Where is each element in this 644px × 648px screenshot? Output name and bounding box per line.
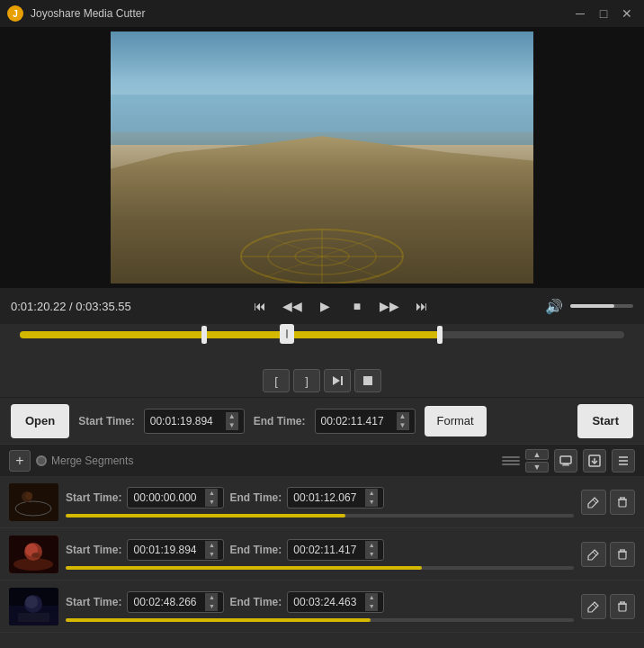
- seg3-edit-button[interactable]: [581, 594, 606, 619]
- step-back-button[interactable]: ◀◀: [280, 293, 305, 319]
- segment-bar-1: [66, 514, 574, 518]
- seg2-start-down[interactable]: ▼: [205, 550, 218, 559]
- close-button[interactable]: ✕: [617, 4, 637, 23]
- titlebar: J Joyoshare Media Cutter ─ □ ✕: [0, 0, 644, 27]
- segment-info-1: Start Time: 00:00:00.000 ▲ ▼ End Time: 0…: [66, 487, 574, 518]
- segment-time-row-2: Start Time: 00:01:19.894 ▲ ▼ End Time: 0…: [66, 539, 574, 561]
- seg1-edit-button[interactable]: [581, 490, 606, 515]
- mark-in-button[interactable]: [: [263, 369, 290, 392]
- segment-time-row-1: Start Time: 00:00:00.000 ▲ ▼ End Time: 0…: [66, 487, 574, 508]
- seg3-delete-button[interactable]: [610, 594, 635, 619]
- seg1-start-input[interactable]: 00:00:00.000 ▲ ▼: [127, 487, 224, 508]
- list-button[interactable]: [612, 449, 635, 472]
- seg2-end-up[interactable]: ▲: [365, 541, 378, 550]
- play-button[interactable]: ▶: [312, 293, 337, 319]
- merge-toggle[interactable]: Merge Segments: [36, 454, 133, 467]
- stop-segment-icon: [362, 374, 374, 387]
- seg1-end-input[interactable]: 00:01:12.067 ▲ ▼: [287, 487, 384, 508]
- timeline-handle[interactable]: [280, 324, 294, 344]
- seg1-delete-button[interactable]: [610, 490, 635, 515]
- open-button[interactable]: Open: [11, 404, 69, 438]
- export-button[interactable]: [583, 449, 606, 472]
- screen-capture-button[interactable]: [554, 449, 577, 472]
- svg-rect-34: [619, 552, 626, 559]
- seg3-start-value: 00:02:48.266: [133, 596, 205, 608]
- seg1-end-up[interactable]: ▲: [365, 489, 378, 498]
- mark-out-button[interactable]: ]: [293, 369, 320, 392]
- format-button[interactable]: Format: [425, 406, 487, 436]
- stop-button[interactable]: ■: [344, 293, 370, 319]
- video-player: [0, 27, 644, 288]
- seg2-delete-button[interactable]: [610, 542, 635, 567]
- seg1-start-up[interactable]: ▲: [205, 489, 218, 498]
- move-up-button[interactable]: ▲: [525, 449, 549, 460]
- start-time-up[interactable]: ▲: [226, 412, 238, 421]
- seg1-end-value: 00:01:12.067: [293, 491, 365, 504]
- seg2-end-down[interactable]: ▼: [365, 550, 378, 559]
- seg1-start-down[interactable]: ▼: [205, 498, 218, 507]
- maximize-button[interactable]: □: [594, 4, 613, 23]
- seg2-end-input[interactable]: 00:02:11.417 ▲ ▼: [287, 539, 384, 561]
- seg3-end-input[interactable]: 00:03:24.463 ▲ ▼: [287, 591, 384, 613]
- move-down-button[interactable]: ▼: [525, 462, 549, 472]
- svg-rect-23: [619, 500, 626, 507]
- segment-bar-3: [66, 618, 574, 622]
- rewind-button[interactable]: ⏮: [247, 293, 273, 319]
- start-time-value: 00:01:19.894: [150, 415, 222, 428]
- add-segment-button[interactable]: +: [9, 450, 31, 472]
- segment-actions-1: [581, 490, 635, 515]
- screen-capture-icon: [559, 455, 572, 466]
- seg3-end-value: 00:03:24.463: [293, 596, 365, 608]
- svg-line-33: [593, 552, 596, 555]
- seg3-end-up[interactable]: ▲: [365, 593, 378, 602]
- step-forward-button[interactable]: ▶▶: [377, 293, 402, 319]
- export-icon: [588, 454, 601, 467]
- play-segment-button[interactable]: [324, 369, 351, 392]
- segments-list: Start Time: 00:00:00.000 ▲ ▼ End Time: 0…: [0, 476, 644, 633]
- segment-info-3: Start Time: 00:02:48.266 ▲ ▼ End Time: 0…: [66, 591, 574, 622]
- seg2-end-label: End Time:: [229, 544, 282, 556]
- segment-bar-2: [66, 566, 574, 570]
- segments-toolbar: + Merge Segments ▲ ▼: [0, 444, 644, 476]
- segment-thumbnail-1: [9, 483, 58, 521]
- end-time-down[interactable]: ▼: [397, 421, 409, 430]
- segment-bar-fill-1: [66, 514, 345, 518]
- seg3-start-label: Start Time:: [66, 596, 121, 608]
- volume-slider[interactable]: [570, 304, 633, 308]
- segment-actions-3: [581, 594, 635, 619]
- minimize-button[interactable]: ─: [570, 4, 590, 23]
- drag-handle[interactable]: [502, 456, 520, 465]
- seg3-end-down[interactable]: ▼: [365, 602, 378, 611]
- start-button[interactable]: Start: [577, 404, 633, 438]
- start-time-down[interactable]: ▼: [226, 421, 238, 430]
- timeline-area: [0, 324, 644, 364]
- seg3-start-up[interactable]: ▲: [205, 593, 218, 602]
- seg1-end-label: End Time:: [229, 491, 282, 504]
- end-time-up[interactable]: ▲: [397, 412, 409, 421]
- seg3-start-input[interactable]: 00:02:48.266 ▲ ▼: [127, 591, 224, 613]
- video-pattern: [232, 176, 412, 284]
- start-time-input[interactable]: 00:01:19.894 ▲ ▼: [144, 409, 245, 434]
- timeline-selection: [201, 331, 443, 338]
- app-title: Joyoshare Media Cutter: [31, 7, 570, 20]
- segment-thumbnail-2: [9, 536, 58, 573]
- seg2-edit-button[interactable]: [581, 542, 606, 567]
- edit-controls-bar: [ ]: [0, 364, 644, 397]
- segment-bar-fill-3: [66, 618, 371, 622]
- seg2-start-input[interactable]: 00:01:19.894 ▲ ▼: [127, 539, 224, 561]
- seg3-start-down[interactable]: ▼: [205, 602, 218, 611]
- svg-rect-11: [563, 464, 568, 465]
- order-buttons: ▲ ▼: [525, 449, 549, 472]
- fast-forward-button[interactable]: ⏭: [409, 293, 434, 319]
- segment-bar-fill-2: [66, 566, 422, 570]
- timeline-bracket-left[interactable]: [201, 326, 207, 344]
- stop-segment-button[interactable]: [354, 369, 381, 392]
- seg1-end-down[interactable]: ▼: [365, 498, 378, 507]
- seg2-start-up[interactable]: ▲: [205, 541, 218, 550]
- timeline-track[interactable]: [20, 331, 624, 338]
- timeline-bracket-right[interactable]: [437, 326, 443, 344]
- start-time-spinners: ▲ ▼: [226, 412, 238, 430]
- merge-toggle-dot: [36, 455, 47, 466]
- svg-rect-8: [341, 376, 343, 385]
- end-time-input[interactable]: 00:02:11.417 ▲ ▼: [315, 409, 416, 434]
